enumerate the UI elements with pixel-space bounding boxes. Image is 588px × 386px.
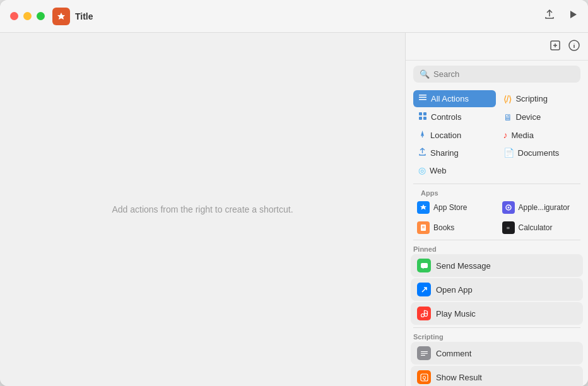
- category-documents[interactable]: 📄 Documents: [498, 144, 581, 161]
- open-app-label: Open App: [436, 285, 473, 295]
- svg-rect-7: [423, 112, 426, 115]
- books-item[interactable]: Books: [413, 218, 496, 237]
- category-scripting[interactable]: ⟨/⟩ Scripting: [498, 90, 581, 107]
- all-actions-label: All Actions: [431, 94, 469, 103]
- scripting-divider: [413, 327, 580, 328]
- category-location[interactable]: Location: [413, 127, 496, 143]
- svg-rect-4: [419, 97, 426, 98]
- category-device[interactable]: 🖥 Device: [498, 108, 581, 126]
- window-title: Title: [75, 11, 544, 21]
- apps-section-label: Apps: [413, 187, 580, 198]
- send-message-icon: [417, 259, 431, 272]
- category-web[interactable]: ◎ Web: [413, 162, 496, 178]
- categories-grid: All Actions ⟨/⟩ Scripting: [406, 88, 588, 181]
- configurator-label: Apple...igurator: [519, 203, 570, 212]
- location-label: Location: [430, 131, 461, 140]
- comment-item[interactable]: Comment: [411, 342, 583, 365]
- documents-icon: 📄: [503, 148, 514, 158]
- app-store-label: App Store: [433, 203, 467, 212]
- scripting-label: Scripting: [515, 94, 548, 103]
- sidebar: 🔍 All Actions: [405, 33, 588, 386]
- add-to-shortcuts-icon[interactable]: [549, 39, 562, 55]
- apps-grid: App Store Apple...igurator: [413, 198, 580, 237]
- pinned-divider: [413, 240, 580, 240]
- calculator-label: Calculator: [519, 223, 553, 232]
- media-label: Media: [512, 131, 534, 140]
- content-area: Add actions from the right to create a s…: [0, 33, 588, 386]
- main-panel: Add actions from the right to create a s…: [0, 33, 405, 386]
- sidebar-header: [406, 33, 588, 61]
- pinned-section-label: Pinned: [406, 243, 588, 254]
- category-media[interactable]: ♪ Media: [498, 127, 581, 143]
- comment-icon: [417, 346, 431, 360]
- scripting-list: Comment Q Show Result: [406, 342, 588, 386]
- apps-section: Apps App Store: [406, 187, 588, 237]
- svg-rect-8: [419, 117, 422, 120]
- open-app-icon: [417, 283, 431, 296]
- search-bar[interactable]: 🔍: [413, 66, 580, 83]
- minimize-button[interactable]: [23, 12, 32, 20]
- play-icon[interactable]: [568, 9, 578, 23]
- svg-rect-23: [421, 353, 428, 353]
- svg-rect-22: [421, 351, 428, 352]
- svg-point-17: [421, 313, 424, 317]
- svg-point-12: [507, 207, 509, 209]
- apps-divider: [413, 184, 580, 184]
- close-button[interactable]: [10, 12, 18, 20]
- svg-rect-24: [421, 354, 425, 355]
- svg-text:Q: Q: [422, 375, 426, 380]
- titlebar: Title: [0, 0, 588, 33]
- configurator-icon: [502, 201, 515, 214]
- svg-line-19: [424, 310, 427, 312]
- device-icon: 🖥: [503, 112, 512, 122]
- controls-label: Controls: [431, 112, 461, 122]
- svg-rect-3: [419, 95, 426, 96]
- traffic-lights: [10, 12, 45, 20]
- category-all-actions[interactable]: All Actions: [413, 90, 496, 107]
- send-message-item[interactable]: Send Message: [411, 254, 583, 277]
- show-result-icon: Q: [417, 370, 431, 384]
- books-label: Books: [433, 223, 454, 232]
- play-music-label: Play Music: [436, 309, 476, 319]
- scripting-section-label: Scripting: [406, 330, 588, 342]
- svg-point-18: [424, 313, 427, 316]
- device-label: Device: [516, 112, 541, 122]
- web-label: Web: [430, 166, 447, 175]
- calculator-icon: =: [502, 221, 515, 234]
- web-icon: ◎: [418, 165, 426, 175]
- sharing-icon: [418, 148, 426, 158]
- search-input[interactable]: [433, 69, 574, 79]
- open-app-item[interactable]: Open App: [411, 278, 583, 301]
- documents-label: Documents: [518, 148, 560, 158]
- sidebar-scroll[interactable]: All Actions ⟨/⟩ Scripting: [406, 88, 588, 386]
- svg-marker-0: [570, 11, 577, 18]
- calculator-item[interactable]: = Calculator: [498, 218, 581, 237]
- play-music-icon: [417, 307, 431, 320]
- controls-icon: [418, 112, 427, 122]
- sharing-label: Sharing: [430, 148, 459, 158]
- info-icon[interactable]: [568, 39, 580, 55]
- app-store-item[interactable]: App Store: [413, 198, 496, 217]
- svg-rect-9: [423, 117, 426, 120]
- maximize-button[interactable]: [37, 12, 45, 20]
- app-store-icon: [417, 201, 430, 214]
- location-icon: [418, 130, 426, 140]
- category-sharing[interactable]: Sharing: [413, 144, 496, 161]
- app-icon: [52, 8, 70, 25]
- all-actions-icon: [418, 93, 427, 104]
- category-controls[interactable]: Controls: [413, 108, 496, 126]
- send-message-label: Send Message: [436, 261, 491, 271]
- search-icon: 🔍: [420, 69, 430, 79]
- share-icon[interactable]: [544, 9, 555, 23]
- media-icon: ♪: [503, 130, 508, 140]
- scripting-icon: ⟨/⟩: [503, 94, 512, 104]
- configurator-item[interactable]: Apple...igurator: [498, 198, 581, 217]
- play-music-item[interactable]: Play Music: [411, 302, 583, 325]
- main-window: Title Add actions from the right to crea…: [0, 0, 588, 386]
- svg-rect-6: [419, 112, 422, 115]
- svg-rect-5: [419, 99, 426, 100]
- placeholder-text: Add actions from the right to create a s…: [112, 204, 293, 214]
- show-result-item[interactable]: Q Show Result: [411, 366, 583, 386]
- books-icon: [417, 221, 430, 234]
- titlebar-actions: [544, 9, 578, 23]
